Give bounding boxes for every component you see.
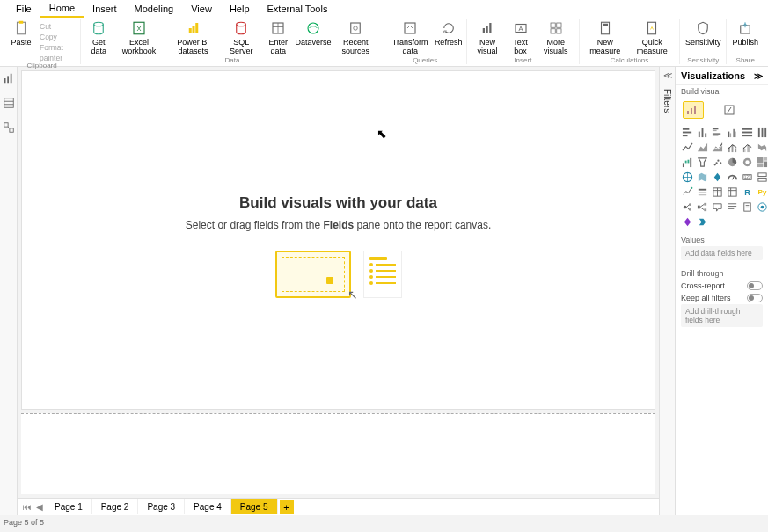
add-page-button[interactable]: + [280,500,294,514]
enter-data-button[interactable]: Enter data [260,19,296,56]
svg-rect-54 [733,129,734,137]
report-canvas[interactable]: Build visuals with your data Select or d… [21,70,655,410]
new-visual-button[interactable]: New visual [470,19,506,56]
menu-file[interactable]: File [7,1,40,17]
get-data-button[interactable]: Get data [84,19,113,56]
format-visual-mode[interactable] [720,101,741,119]
quick-measure-button[interactable]: Quick measure [627,19,676,56]
scatter-icon[interactable] [711,156,724,169]
map-icon[interactable] [681,171,694,184]
page-tab-2[interactable]: Page 2 [92,499,139,514]
sensitivity-button[interactable]: Sensitivity [683,19,724,47]
expand-viz-icon[interactable]: ≫ [754,71,763,81]
arcgis-icon[interactable] [756,200,768,214]
copy-button[interactable]: Copy [40,32,74,42]
stacked-bar-icon[interactable] [681,126,694,139]
menu-insert[interactable]: Insert [84,1,126,17]
excel-button[interactable]: XExcel workbook [113,19,164,56]
page-tabs: ⏮ ◀ Page 1 Page 2 Page 3 Page 4 Page 5 + [18,498,659,515]
drill-dropzone[interactable]: Add drill-through fields here [681,304,763,327]
menu-help[interactable]: Help [221,1,259,17]
menu-home[interactable]: Home [40,0,84,18]
slicer-icon[interactable] [696,186,709,199]
ribbon-chart-icon[interactable] [756,141,768,154]
filled-map-icon[interactable] [696,171,709,184]
more-visuals-button[interactable]: More visuals [536,19,577,56]
new-measure-button[interactable]: New measure [582,19,627,56]
svg-rect-55 [735,132,735,138]
funnel-icon[interactable] [696,156,709,169]
svg-rect-83 [757,164,764,167]
power-apps-icon[interactable] [681,215,694,229]
kpi-icon[interactable] [681,186,694,199]
ribbon-group-sensitivity: Sensitivity Sensitivity [680,19,728,64]
refresh-button[interactable]: Refresh [434,19,464,47]
keep-filters-toggle[interactable] [747,294,763,302]
model-view-icon[interactable] [3,121,15,134]
multi-row-card-icon[interactable] [756,171,768,184]
line-stacked-column-icon[interactable] [726,141,739,154]
line-chart-icon[interactable] [681,141,694,154]
power-automate-icon[interactable] [696,215,709,229]
menu-view[interactable]: View [182,1,221,17]
hundred-stacked-column-icon[interactable] [756,126,768,139]
matrix-icon[interactable] [726,186,739,199]
page-tab-1[interactable]: Page 1 [46,499,92,514]
transform-data-button[interactable]: Transform data [387,19,434,56]
gauge-icon[interactable] [726,171,739,184]
clustered-column-icon[interactable] [726,126,739,139]
values-dropzone[interactable]: Add data fields here [681,246,763,260]
svg-rect-72 [690,158,691,167]
svg-point-2 [94,22,104,26]
sql-server-button[interactable]: SQL Server [222,19,260,56]
python-visual-icon[interactable]: Py [756,186,768,199]
tab-prev-first[interactable]: ⏮ [21,502,33,512]
r-visual-icon[interactable]: R [741,186,754,199]
dataverse-button[interactable]: Dataverse [296,19,330,47]
clustered-bar-icon[interactable] [711,126,724,139]
svg-point-90 [691,187,692,189]
smart-narrative-icon[interactable] [726,200,739,214]
stacked-column-icon[interactable] [696,126,709,139]
recent-sources-button[interactable]: Recent sources [331,19,381,56]
azure-map-icon[interactable] [711,171,724,184]
page-tab-3[interactable]: Page 3 [138,499,185,514]
card-icon[interactable]: 123 [741,171,754,184]
text-box-button[interactable]: AText box [506,19,536,56]
svg-text:X: X [137,25,142,33]
table-icon[interactable] [711,186,724,199]
get-more-visuals-icon[interactable]: ⋯ [711,215,724,229]
filters-pane-collapsed[interactable]: ≪ Filters [659,67,675,515]
decomposition-tree-icon[interactable] [696,200,709,214]
tab-prev[interactable]: ◀ [33,502,46,512]
stacked-area-icon[interactable] [711,141,724,154]
menu-external-tools[interactable]: External Tools [259,1,337,17]
paste-button[interactable]: Paste [6,19,36,47]
svg-rect-30 [7,76,9,83]
powerbi-datasets-button[interactable]: Power BI datasets [165,19,223,56]
waterfall-icon[interactable] [681,156,694,169]
svg-rect-108 [704,208,706,211]
page-tab-5[interactable]: Page 5 [231,499,278,514]
data-view-icon[interactable] [3,97,15,109]
donut-icon[interactable] [741,156,754,169]
report-view-icon[interactable] [3,72,15,84]
key-influencers-icon[interactable] [681,200,694,214]
menu-modeling[interactable]: Modeling [126,1,183,17]
publish-button[interactable]: Publish [729,19,761,47]
qa-visual-icon[interactable] [711,200,724,214]
page-tab-4[interactable]: Page 4 [185,499,231,514]
format-painter-button[interactable]: Format painter [40,42,74,63]
pie-icon[interactable] [726,156,739,169]
line-clustered-column-icon[interactable] [741,141,754,154]
treemap-icon[interactable] [756,156,768,169]
calculator-icon [597,20,613,36]
area-chart-icon[interactable] [696,141,709,154]
expand-filters-icon[interactable]: ≪ [663,70,672,80]
paginated-report-icon[interactable] [741,200,754,214]
svg-rect-32 [4,98,13,108]
cross-report-toggle[interactable] [747,281,763,290]
hundred-stacked-bar-icon[interactable] [741,126,754,139]
build-visual-mode[interactable] [683,101,704,119]
cut-button[interactable]: Cut [40,21,74,32]
